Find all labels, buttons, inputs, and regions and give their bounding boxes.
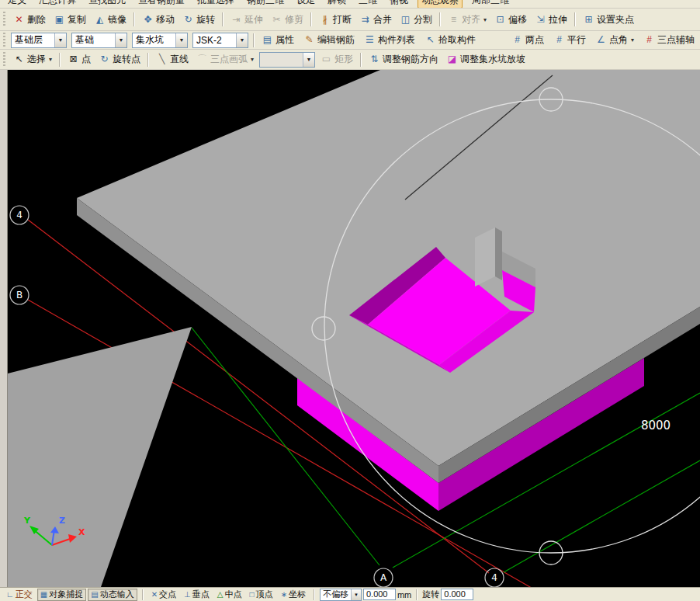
view-tool-batch-select[interactable]: 批量选择 [194,0,237,8]
component-list-button[interactable]: ☰构件列表 [360,32,419,48]
stretch-button[interactable]: ⇲拉伸 [531,12,571,28]
vertex-snap-icon: □ [250,590,255,599]
adjust-rebar-direction-button[interactable]: ⇅调整钢筋方向 [365,51,442,68]
trim-button: ✂修剪 [267,12,307,28]
component-combo[interactable]: JSK-2▼ [192,33,248,48]
dimension-label: 8000 [641,419,671,433]
label: 三点画弧 [210,53,248,66]
set-grip-button[interactable]: ⊞设置夹点 [579,12,638,28]
view-tool-define[interactable]: 定义 [5,0,29,8]
label: 拾取构件 [438,33,476,47]
offset-combo[interactable]: 不偏移 ▼ [320,589,362,601]
rotate-value-field[interactable]: 0.000 [441,589,473,600]
two-point-axis-button[interactable]: #两点 [508,32,548,48]
view-tool-unlock[interactable]: 解锁 [324,0,349,8]
label: 延伸 [244,13,263,26]
view-tool-view-rebar-quantity[interactable]: 查看钢筋量 [135,0,188,8]
snap-coordinate[interactable]: ∗坐标 [278,589,309,601]
separator [439,12,441,26]
grid-bubble-4-bottom: 4 [485,568,504,587]
separator [314,589,315,600]
label: 点角 [609,33,628,47]
label: 分割 [414,13,432,26]
pick-component-button[interactable]: ↖拾取构件 [421,32,480,48]
type-combo[interactable]: 集水坑▼ [132,33,188,48]
three-point-aux-axis-button[interactable]: #三点辅轴 [639,32,698,48]
svg-text:A: A [380,572,387,583]
view-tool-view-3d[interactable]: 三维 [355,0,380,8]
offset-button[interactable]: ⊡偏移 [490,12,531,28]
offset-value-field[interactable]: 0.000 [363,589,396,600]
merge-icon: ⇉ [359,14,371,26]
slab-small[interactable] [8,327,192,587]
view-tool-top-view[interactable]: 俯视 [386,0,411,8]
move-button[interactable]: ✥移动 [138,12,178,28]
properties-button[interactable]: ▤属性 [258,32,298,48]
snap-perpendicular[interactable]: ⊥垂点 [181,589,213,601]
label: 镜像 [108,13,126,26]
toolbar-grip[interactable] [3,52,5,68]
adjust-sump-slope-icon: ◪ [446,54,458,65]
combo-value: 基础 [75,33,95,47]
grid-bubble-4-left: 4 [10,206,29,224]
pit-step-wall[interactable] [475,228,495,287]
label: 合并 [373,13,392,26]
label: 对象捕捉 [49,589,83,600]
three-point-aux-axis-icon: # [643,34,655,46]
label: 编辑钢筋 [317,33,355,47]
pit-step-wall-side[interactable] [495,228,502,280]
mirror-icon: ◭ [94,14,106,26]
rotate-button[interactable]: ↻旋转 [178,12,219,28]
view-tool-find-element[interactable]: 查找图元 [85,0,129,8]
rotate-label: 旋转 [422,589,439,600]
dynamic-input-toggle[interactable]: ▤动态输入 [88,589,137,601]
snap-intersection[interactable]: ✕交点 [148,589,179,601]
merge-button[interactable]: ⇉合并 [355,12,396,28]
copy-button[interactable]: ▣复制 [50,12,90,28]
3d-canvas[interactable]: 4 B A 4 8000 Y X Z [8,70,700,587]
floor-combo[interactable]: 基础层▼ [11,33,67,48]
label: 选择 [27,53,46,66]
split-button[interactable]: ◫分割 [396,12,436,28]
line-button[interactable]: ╲直线 [152,51,192,68]
view-tool-dynamic-orbit[interactable]: 动态观察 [418,0,463,9]
snap-vertex[interactable]: □顶点 [247,589,276,601]
grid-line-4-upper[interactable] [504,460,700,572]
label: 复制 [68,13,86,26]
osnap-toggle[interactable]: ▦对象捕捉 [37,589,86,601]
grid-bubble-a: A [374,568,393,587]
view-tool-partial-3d[interactable]: 局部三维 [469,0,512,8]
rotate-point-button[interactable]: ↻旋转点 [95,51,144,68]
ortho-icon: ∟ [6,590,14,599]
axis-z-label: Z [59,516,65,526]
break-icon: ∦ [319,14,331,26]
delete-button[interactable]: ✕删除 [9,12,50,28]
adjust-sump-slope-button[interactable]: ◪调整集水坑放坡 [442,51,529,68]
line-icon: ╲ [156,54,168,65]
label: 直线 [170,53,189,66]
view-tool-summary-calculate[interactable]: 汇总计算 [36,0,79,8]
list-icon: ☰ [364,34,376,46]
break-button[interactable]: ∦打断 [315,12,355,28]
view-tool-rebar-3d[interactable]: 钢筋三维 [244,0,287,8]
mirror-button[interactable]: ◭镜像 [90,12,130,28]
toolbar-grip[interactable] [3,12,5,27]
category-combo[interactable]: 基础▼ [71,33,127,48]
coordinate-snap-icon: ∗ [281,590,287,599]
select-button[interactable]: ↖选择▾ [9,51,56,68]
edit-rebar-button[interactable]: ✎编辑钢筋 [300,32,359,48]
point-angle-axis-button[interactable]: ∠点角▾ [591,32,638,48]
snap-midpoint[interactable]: △中点 [214,589,245,601]
label: 打断 [333,13,352,26]
trim-icon: ✂ [271,14,282,26]
ortho-toggle[interactable]: ∟正交 [3,589,36,601]
dropdown-arrow: ▾ [631,36,634,43]
chevron-down-icon: ▼ [175,33,187,47]
three-point-arc-button: ⌒三点画弧▾ [192,51,258,68]
view-tool-settings[interactable]: 设定 [293,0,318,8]
point-button[interactable]: ⊠点 [64,51,95,68]
dropdown-arrow: ▾ [251,56,254,63]
parallel-axis-button[interactable]: #平行 [549,32,590,48]
toolbar-grip[interactable] [3,33,5,48]
rectangle-button: ▭矩形 [317,51,357,68]
